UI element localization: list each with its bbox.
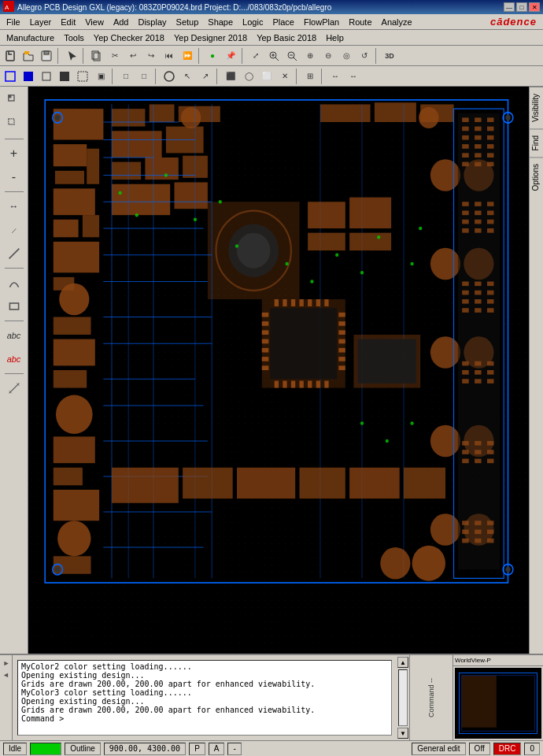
tb-fwd[interactable]: ⏩ — [179, 47, 196, 65]
sidebar-add-rect[interactable] — [3, 295, 25, 317]
menu-route[interactable]: Route — [344, 16, 376, 28]
tb-save[interactable] — [38, 47, 55, 65]
tb2-10[interactable]: ↖ — [179, 68, 196, 85]
menu-view[interactable]: View — [80, 16, 109, 28]
tb-pin[interactable]: 📌 — [222, 47, 239, 65]
svg-rect-201 — [308, 299, 312, 306]
menu-setup[interactable]: Setup — [172, 16, 204, 28]
tb2-12[interactable]: ⬛ — [222, 68, 239, 85]
tb-copy[interactable] — [88, 47, 105, 65]
tb-zoom-in-rect[interactable] — [265, 47, 283, 65]
tb2-13[interactable]: ◯ — [240, 68, 257, 85]
command-scrollbar: ▲ ▼ — [397, 655, 409, 740]
tb-new[interactable] — [2, 47, 19, 65]
tb-pointer[interactable] — [63, 47, 80, 65]
tb2-15[interactable]: ✕ — [276, 68, 294, 85]
svg-rect-143 — [487, 459, 493, 464]
tb-zoom-previous[interactable]: ⊖ — [320, 47, 337, 65]
tb-back[interactable]: ⏮ — [161, 47, 178, 65]
tb-ratsnest[interactable]: ● — [204, 47, 221, 65]
sidebar-zoom-in[interactable]: + — [3, 143, 25, 165]
tb2-18[interactable]: ↔ — [345, 68, 362, 85]
scroll-up-btn[interactable]: ▲ — [397, 657, 408, 668]
sidebar-select[interactable] — [3, 90, 25, 112]
svg-rect-200 — [300, 299, 304, 306]
svg-rect-247 — [462, 676, 497, 728]
svg-rect-121 — [475, 299, 481, 304]
tb-open[interactable] — [20, 47, 37, 65]
menu-help[interactable]: Help — [321, 32, 349, 44]
svg-rect-96 — [462, 153, 468, 158]
sidebar-add-text2[interactable]: abc — [3, 348, 25, 370]
sidebar-add-text[interactable]: abc — [3, 324, 25, 346]
sidebar-select2[interactable] — [3, 113, 25, 135]
tab-options[interactable]: Options — [530, 157, 543, 197]
svg-rect-213 — [237, 468, 295, 498]
menu-shape[interactable]: Shape — [203, 16, 238, 28]
menu-yep-basic[interactable]: Yep Basic 2018 — [252, 32, 321, 44]
tb2-8[interactable]: □ — [135, 68, 153, 85]
svg-text:A: A — [5, 4, 9, 11]
menu-place[interactable]: Place — [268, 16, 299, 28]
svg-rect-186 — [262, 339, 268, 344]
menu-analyze[interactable]: Analyze — [377, 16, 417, 28]
tb2-3[interactable] — [38, 68, 55, 85]
sidebar-measure[interactable] — [3, 377, 25, 399]
tb2-11[interactable]: ↗ — [197, 68, 214, 85]
sidebar-add-line[interactable] — [3, 243, 25, 265]
menu-flowplan[interactable]: FlowPlan — [299, 16, 344, 28]
menu-tools[interactable]: Tools — [59, 32, 89, 44]
svg-point-21 — [164, 72, 174, 81]
tb2-7[interactable]: □ — [117, 68, 135, 85]
sidebar-add-arc[interactable] — [3, 272, 25, 294]
tb2-5[interactable] — [74, 68, 91, 85]
menu-file[interactable]: File — [2, 16, 25, 28]
svg-rect-119 — [487, 291, 493, 295]
sidebar-zoom-out[interactable]: - — [3, 166, 25, 188]
menu-edit[interactable]: Edit — [56, 16, 80, 28]
svg-point-76 — [430, 336, 460, 369]
cmd-line-2: Opening existing design... — [21, 671, 388, 680]
tb2-17[interactable]: ↔ — [327, 68, 344, 85]
menu-display[interactable]: Display — [133, 16, 171, 28]
tb-3d[interactable]: 3D — [381, 47, 398, 65]
tb2-16[interactable]: ⊞ — [301, 68, 319, 85]
menu-logic[interactable]: Logic — [238, 16, 268, 28]
tb-zoom-out[interactable] — [283, 47, 301, 65]
toolbar-sep-1 — [57, 48, 61, 64]
tb2-2[interactable] — [20, 68, 37, 85]
svg-point-226 — [360, 271, 364, 275]
tb2-1[interactable] — [2, 68, 19, 85]
svg-rect-207 — [300, 381, 304, 388]
menu-yep-designer[interactable]: Yep Designer 2018 — [169, 32, 252, 44]
tab-visibility[interactable]: Visibility — [530, 87, 543, 128]
pcb-canvas-area[interactable] — [28, 87, 529, 654]
svg-rect-103 — [475, 202, 481, 206]
tb2-4[interactable] — [56, 68, 73, 85]
scroll-down-btn[interactable]: ▼ — [397, 728, 408, 739]
tb-zoom-in[interactable]: ⊕ — [301, 47, 319, 65]
svg-rect-152 — [487, 539, 493, 543]
tb-refresh[interactable]: ↺ — [356, 47, 373, 65]
menu-manufacture[interactable]: Manufacture — [2, 32, 59, 44]
tb-cut[interactable]: ✂ — [106, 47, 124, 65]
minimize-button[interactable]: — — [504, 2, 515, 12]
close-button[interactable]: ✕ — [529, 2, 540, 12]
sidebar-move[interactable]: ↔ — [3, 195, 25, 217]
tb2-14[interactable]: ⬜ — [258, 68, 275, 85]
tb-redo[interactable]: ↪ — [142, 47, 160, 65]
tab-find[interactable]: Find — [530, 128, 543, 157]
cmd-arrow-2: ◄ — [2, 671, 9, 679]
menu-add[interactable]: Add — [109, 16, 134, 28]
tb-zoom-fit[interactable]: ⤢ — [247, 47, 264, 65]
tb-undo[interactable]: ↩ — [124, 47, 142, 65]
tb2-9[interactable] — [161, 68, 178, 85]
maximize-button[interactable]: □ — [516, 2, 527, 12]
menu-yep-checker[interactable]: Yep Checker 2018 — [89, 32, 169, 44]
scroll-track[interactable] — [398, 669, 408, 726]
sidebar-route[interactable]: ⟋ — [3, 219, 25, 241]
menu-layer[interactable]: Layer — [25, 16, 57, 28]
tb2-6[interactable]: ▣ — [92, 68, 109, 85]
tb-zoom-center[interactable]: ◎ — [338, 47, 355, 65]
svg-rect-182 — [270, 308, 337, 379]
